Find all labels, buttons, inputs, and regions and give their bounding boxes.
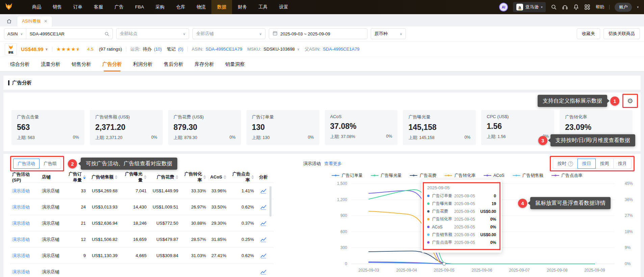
sort-icon[interactable] bbox=[83, 175, 86, 179]
account-button[interactable]: 账户 bbox=[615, 3, 632, 12]
legend-item[interactable]: 广告点击率 bbox=[551, 173, 583, 178]
table-column-header[interactable]: ACoS bbox=[208, 174, 228, 179]
analysis-tab[interactable]: 流量分析 bbox=[41, 57, 60, 72]
legend-item[interactable]: 广告曝光量 bbox=[371, 173, 402, 178]
search-type-select[interactable]: ASIN ∨ bbox=[4, 29, 26, 39]
table-column-header[interactable]: 广告转化率 bbox=[180, 171, 208, 183]
menu-item[interactable]: FBA bbox=[129, 0, 150, 14]
sort-icon[interactable] bbox=[251, 175, 254, 179]
campaign-link[interactable]: 演示活动 bbox=[10, 237, 40, 243]
granularity-month-button[interactable]: 按月 bbox=[613, 159, 632, 169]
analysis-chart-icon[interactable] bbox=[256, 221, 271, 226]
analysis-chart-icon[interactable] bbox=[256, 188, 271, 194]
close-icon[interactable]: ✕ bbox=[44, 19, 47, 24]
menu-item[interactable]: 采购 bbox=[150, 0, 170, 14]
menu-item[interactable]: 物流 bbox=[191, 0, 211, 14]
sort-icon[interactable] bbox=[144, 175, 147, 179]
table-row[interactable]: 演示活动 演示店铺 24 US$3,013.93 14,430 US$1,009… bbox=[10, 199, 274, 215]
table-column-header[interactable]: 广告活动(SP) bbox=[10, 171, 40, 183]
date-range-picker[interactable]: 2025-09-03 ~ 2025-09-09 bbox=[269, 28, 367, 39]
ad-group-toggle-button[interactable]: 广告组 bbox=[39, 159, 61, 169]
analysis-tab[interactable]: 销量洞察 bbox=[225, 57, 245, 72]
search-icon[interactable] bbox=[104, 31, 112, 36]
table-column-header[interactable]: 广告订单量 bbox=[63, 171, 88, 183]
asin-search-box[interactable]: ASIN ∨ SDA-4995CE1AR bbox=[4, 28, 113, 39]
sort-icon[interactable] bbox=[115, 175, 118, 179]
menu-item[interactable]: 数据 bbox=[211, 0, 232, 14]
product-thumbnail[interactable]: 赛狐 bbox=[5, 43, 17, 55]
menu-item[interactable]: 商品 bbox=[26, 0, 47, 14]
favorites-button[interactable]: 收藏夹 bbox=[577, 28, 600, 39]
currency-select[interactable]: 原币种 ∨ bbox=[371, 28, 406, 39]
home-icon[interactable] bbox=[3, 16, 15, 26]
app-logo[interactable] bbox=[0, 0, 18, 14]
analysis-tab[interactable]: 广告分析 bbox=[102, 57, 122, 72]
gear-settings-icon[interactable]: ⚙ bbox=[627, 98, 633, 104]
bell-notifications-icon[interactable] bbox=[573, 4, 579, 10]
kpi-card[interactable]: 广告销售额 (US$) 2,371.20 上期: 2,371.20 0% bbox=[90, 110, 163, 145]
menu-item[interactable]: 销售 bbox=[47, 0, 68, 14]
sort-icon[interactable] bbox=[203, 175, 206, 179]
analysis-chart-icon[interactable] bbox=[256, 204, 271, 210]
analysis-chart-icon[interactable] bbox=[256, 269, 271, 275]
kpi-card[interactable]: 广告点击量 563 上期: 563 0% bbox=[11, 110, 84, 145]
analysis-chart-icon[interactable] bbox=[256, 253, 271, 258]
table-column-header[interactable]: 广告销售额 bbox=[88, 174, 120, 180]
analysis-tab[interactable]: 售后分析 bbox=[164, 57, 183, 72]
ai-assistant-icon[interactable]: AI bbox=[499, 3, 508, 11]
campaign-link[interactable]: 演示活动 bbox=[10, 253, 40, 259]
granularity-day-button[interactable]: 按日 bbox=[577, 159, 596, 169]
chevron-down-icon[interactable]: ∨ bbox=[297, 47, 300, 51]
asin-link[interactable]: SDA-4995CE1A79 bbox=[206, 47, 242, 52]
table-row[interactable]: 演示活动 演示店铺 9 US$1,130.39 4,665 US$309.84 … bbox=[10, 248, 274, 264]
table-column-header[interactable]: 分析 bbox=[256, 174, 271, 180]
apps-grid-icon[interactable] bbox=[584, 4, 590, 10]
menu-item[interactable]: 仓库 bbox=[170, 0, 191, 14]
analysis-tab[interactable]: 库存分析 bbox=[195, 57, 214, 72]
menu-item[interactable]: 广告 bbox=[109, 0, 129, 14]
kpi-card[interactable]: 广告花费 (US$) 879.30 上期: 879.30 0% bbox=[168, 110, 241, 145]
campaign-link[interactable]: 演示活动 bbox=[10, 204, 40, 210]
legend-item[interactable]: ACoS bbox=[484, 173, 505, 178]
table-row[interactable]: 演示活动 演示店铺 bbox=[10, 264, 274, 277]
todo-count-link[interactable]: (10) bbox=[154, 47, 162, 52]
parent-asin-link[interactable]: SDA-4995CE1A79 bbox=[323, 47, 359, 52]
switch-related-products-button[interactable]: 切换关联商品 bbox=[603, 28, 640, 39]
menu-item[interactable]: 财务 bbox=[232, 0, 253, 14]
table-column-header[interactable]: 店铺 bbox=[40, 174, 63, 180]
help-link[interactable]: 帮助 bbox=[595, 4, 604, 10]
campaign-link[interactable]: 演示活动 bbox=[10, 220, 40, 226]
analysis-tab[interactable]: 销售分析 bbox=[72, 57, 91, 72]
table-column-header[interactable]: 广告曝光量 bbox=[120, 171, 149, 183]
marketplace-selector[interactable]: a 亚马逊 ▾ bbox=[513, 2, 546, 12]
headset-support-icon[interactable] bbox=[562, 4, 568, 10]
legend-item[interactable]: 广告花费 bbox=[410, 173, 436, 178]
legend-item[interactable]: 广告转化率 bbox=[444, 173, 475, 178]
search-input[interactable]: SDA-4995CE1AR bbox=[26, 31, 104, 36]
table-row[interactable]: 演示活动 演示店铺 33 US$4,269.68 7,041 US$1,449.… bbox=[10, 183, 274, 199]
search-icon[interactable] bbox=[551, 4, 557, 10]
campaign-link[interactable]: 演示活动 bbox=[10, 188, 40, 194]
account-caret-icon[interactable]: ▾ bbox=[637, 5, 639, 9]
site-select[interactable]: 全部站点 ∨ bbox=[116, 28, 189, 39]
sort-icon[interactable] bbox=[176, 175, 178, 179]
granularity-hour-button[interactable]: 按时? bbox=[553, 159, 578, 169]
legend-item[interactable]: 广告订单量 bbox=[332, 173, 363, 178]
menu-item[interactable]: 设置 bbox=[273, 0, 294, 14]
table-column-header[interactable]: 广告花费 bbox=[149, 174, 180, 180]
granularity-week-button[interactable]: 按周 bbox=[595, 159, 614, 169]
campaign-link[interactable]: 演示活动 bbox=[10, 269, 40, 275]
tab-asin-dashboard[interactable]: ASIN看板 ✕ bbox=[17, 16, 52, 26]
menu-item[interactable]: 客服 bbox=[88, 0, 109, 14]
legend-item[interactable]: 广告销售额 bbox=[513, 173, 544, 178]
menu-item[interactable]: 订单 bbox=[68, 0, 88, 14]
note-count-link[interactable]: (0) bbox=[178, 47, 183, 52]
sort-icon[interactable] bbox=[224, 175, 226, 179]
price-dropdown[interactable]: US$48.99 ∨ bbox=[21, 46, 48, 52]
shop-select[interactable]: 全部店铺 ∨ bbox=[192, 28, 265, 39]
analysis-tab[interactable]: 利润分析 bbox=[133, 57, 153, 72]
menu-item[interactable]: 工具 bbox=[253, 0, 273, 14]
kpi-card[interactable]: 广告订单量 130 上期: 130 0% bbox=[247, 110, 319, 145]
campaign-toggle-button[interactable]: 广告活动 bbox=[13, 159, 40, 169]
table-column-header[interactable]: 广告点击率 bbox=[228, 171, 256, 183]
